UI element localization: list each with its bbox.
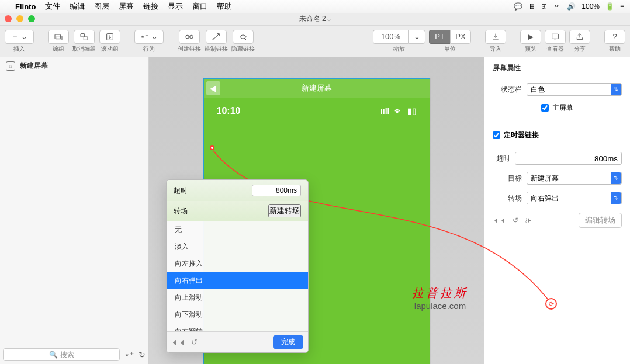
- transition-option[interactable]: 向左推入: [167, 255, 308, 272]
- phone-time: 10:10: [217, 106, 241, 116]
- new-transition-button[interactable]: 新建转场: [268, 204, 301, 217]
- menu-screen[interactable]: 屏幕: [119, 1, 134, 12]
- zoom-dropdown-button[interactable]: ⌄: [408, 30, 425, 44]
- svg-point-7: [213, 38, 214, 40]
- ungroup-button[interactable]: [74, 30, 95, 44]
- createlink-label: 创建链接: [178, 45, 201, 53]
- group-label: 编组: [53, 45, 64, 53]
- viewer-button[interactable]: [545, 30, 566, 44]
- help-label: 帮助: [609, 45, 621, 53]
- menu-help[interactable]: 帮助: [217, 1, 232, 12]
- layers-sidebar: ⌂ 新建屏幕 🔍 搜索 ⋆⁺ ↻: [0, 57, 149, 364]
- link-start-handle[interactable]: [210, 145, 214, 150]
- loop-icon[interactable]: ↻: [139, 350, 146, 359]
- status-battery-text: 100%: [581, 2, 600, 11]
- mac-menubar: Flinto 文件 编辑 图层 屏幕 链接 显示 窗口 帮助 💬 🖥 ⛨ ᯤ 🔊…: [0, 0, 630, 13]
- createlink-button[interactable]: [179, 30, 200, 44]
- app-name[interactable]: Flinto: [15, 2, 36, 11]
- status-battery-icon[interactable]: 🔋: [605, 2, 614, 11]
- target-select[interactable]: 新建屏幕 ⇅: [527, 172, 622, 185]
- transition-option[interactable]: 向右弹出: [167, 272, 308, 289]
- preview-label: 预览: [525, 45, 536, 53]
- menu-view[interactable]: 显示: [168, 1, 183, 12]
- done-button[interactable]: 完成: [273, 335, 303, 349]
- scrollgroup-label: 滚动组: [101, 45, 119, 53]
- svg-rect-1: [57, 36, 62, 40]
- menu-edit[interactable]: 编辑: [70, 1, 85, 12]
- zoom-value-button[interactable]: 100%: [373, 30, 408, 44]
- behavior-button[interactable]: ⋆⁺ ⌄: [134, 30, 164, 44]
- transition-option[interactable]: 向上滑动: [167, 289, 308, 306]
- link-end-timer-handle[interactable]: ⟳: [545, 298, 557, 310]
- hidelink-button[interactable]: [233, 30, 254, 44]
- history-back-icon[interactable]: ⏴⏴: [493, 216, 507, 224]
- preview-button[interactable]: ▶: [520, 30, 541, 44]
- unit-px-button[interactable]: PX: [450, 30, 471, 44]
- statusbar-select[interactable]: 白色 ⇅: [527, 83, 622, 96]
- popup-timeout-label: 超时: [174, 186, 188, 196]
- close-window-button[interactable]: [5, 15, 12, 22]
- select-arrows-icon: ⇅: [611, 84, 621, 95]
- screen-icon: ⌂: [6, 61, 15, 71]
- edit-transition-button[interactable]: 编辑转场: [579, 213, 622, 228]
- popup-transition-label: 转场: [174, 206, 188, 216]
- status-menu-icon[interactable]: ≡: [620, 2, 624, 11]
- status-wifi-icon[interactable]: ᯤ: [554, 2, 561, 11]
- menu-window[interactable]: 窗口: [192, 1, 207, 12]
- status-chat-icon[interactable]: 💬: [514, 2, 522, 11]
- transition-option[interactable]: 向下滑动: [167, 306, 308, 323]
- help-button[interactable]: ?: [604, 30, 625, 44]
- sidebar-item-label: 新建屏幕: [20, 61, 48, 71]
- popup-history-undo-icon[interactable]: ↺: [191, 338, 198, 346]
- drawlink-button[interactable]: [206, 30, 227, 44]
- search-input[interactable]: 🔍 搜索: [3, 348, 120, 361]
- timeout-input[interactable]: [515, 152, 622, 165]
- history-undo-icon[interactable]: ↺: [513, 216, 518, 224]
- transition-select[interactable]: 向右弹出 ⇅: [527, 192, 622, 204]
- timerlink-checkbox[interactable]: 定时器链接: [493, 130, 539, 140]
- select-arrows-icon: ⇅: [611, 172, 621, 184]
- menu-layer[interactable]: 图层: [94, 1, 109, 12]
- status-shield-icon[interactable]: ⛨: [541, 2, 548, 11]
- menu-link[interactable]: 链接: [143, 1, 158, 12]
- transition-option[interactable]: 无: [167, 221, 308, 238]
- insert-button[interactable]: ＋ ⌄: [5, 30, 34, 44]
- svg-rect-8: [552, 34, 559, 39]
- statusbar-label: 状态栏: [493, 85, 522, 95]
- window-title[interactable]: 未命名 2: [299, 14, 331, 24]
- behavior-label: 行为: [143, 45, 155, 53]
- svg-rect-3: [84, 37, 88, 40]
- history-sound-icon[interactable]: 🕪: [524, 216, 531, 224]
- transition-option[interactable]: 淡入: [167, 238, 308, 255]
- section-screen-props: 屏幕属性: [484, 57, 630, 79]
- home-checkbox[interactable]: 主屏幕: [541, 103, 573, 113]
- minimize-window-button[interactable]: [16, 15, 23, 22]
- back-icon[interactable]: ◀: [206, 81, 220, 95]
- status-volume-icon[interactable]: 🔊: [567, 2, 576, 11]
- search-placeholder: 搜索: [60, 350, 74, 360]
- menu-file[interactable]: 文件: [45, 1, 60, 12]
- import-button[interactable]: [485, 30, 506, 44]
- phone-header-title: 新建屏幕: [302, 83, 332, 93]
- popup-timeout-input[interactable]: [252, 185, 301, 196]
- transition-list[interactable]: 无淡入向左推入向右弹出向上滑动向下滑动向左翻转向右翻转: [167, 221, 308, 331]
- group-button[interactable]: [48, 30, 69, 44]
- transition-label: 转场: [493, 193, 522, 203]
- import-label: 导入: [490, 45, 501, 53]
- signal-icon: ııll: [380, 106, 390, 116]
- insert-label: 插入: [13, 45, 25, 53]
- transition-popup: 超时 转场 新建转场 无淡入向左推入向右弹出向上滑动向下滑动向左翻转向右翻转 ⏴…: [166, 179, 309, 353]
- zoom-window-button[interactable]: [28, 15, 35, 22]
- window-titlebar: 未命名 2: [0, 13, 630, 26]
- popup-history-back-icon[interactable]: ⏴⏴: [171, 338, 186, 346]
- share-button[interactable]: [569, 30, 590, 44]
- unit-pt-button[interactable]: PT: [429, 30, 450, 44]
- sidebar-item-newscreen[interactable]: ⌂ 新建屏幕: [0, 57, 148, 74]
- status-display-icon[interactable]: 🖥: [528, 2, 535, 11]
- phone-header: ◀ 新建屏幕: [204, 79, 430, 98]
- transition-option[interactable]: 向左翻转: [167, 323, 308, 331]
- target-label: 目标: [493, 174, 522, 183]
- scrollgroup-button[interactable]: [99, 30, 120, 44]
- wand-icon[interactable]: ⋆⁺: [124, 350, 134, 359]
- select-arrows-icon: ⇅: [611, 192, 621, 204]
